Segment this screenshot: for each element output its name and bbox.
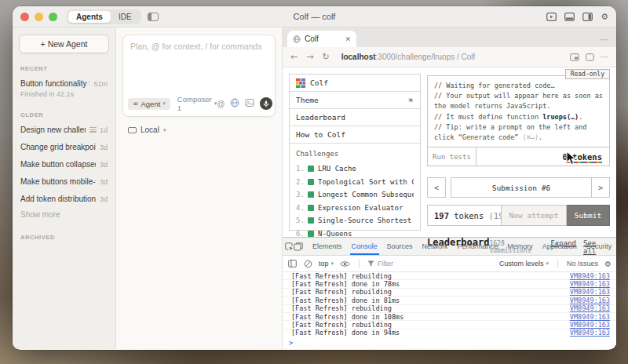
challenge-item[interactable]: 3.Longest Common Subsequence <box>296 191 414 198</box>
console-source-link[interactable]: VM8949:163 <box>570 313 610 321</box>
next-submission-button[interactable]: > <box>591 178 609 197</box>
clear-console-icon[interactable] <box>303 260 313 268</box>
log-levels-selector[interactable]: Custom levels ▾ <box>499 260 549 268</box>
agent-item-title: Button functionality for in… <box>20 79 89 88</box>
agents-sidebar: + New Agent RECENT Button functionality … <box>13 27 116 349</box>
reload-icon[interactable]: ↻ <box>322 52 329 62</box>
menu-item-howto[interactable]: How to Colf <box>290 126 420 144</box>
challenge-item[interactable]: 1.LRU Cache <box>296 165 414 173</box>
console-settings-icon[interactable]: ⚙ <box>604 260 612 268</box>
minimize-window-button[interactable] <box>35 13 43 21</box>
url-bar[interactable]: localhost:3000/challenge/lruops / Colf <box>341 53 476 61</box>
settings-gear-icon[interactable]: ⚙ <box>601 12 608 22</box>
challenge-item[interactable]: 4.Expression Evaluator <box>296 204 414 212</box>
sidebar-toggle-icon[interactable] <box>148 13 159 21</box>
code-comment-line: // Tip: write a prompt on the left and c… <box>434 122 603 143</box>
composer-panel: Plan, @ for context, / for commands ∞ Ag… <box>116 27 283 349</box>
token-counter: 0 tokens <box>476 147 609 166</box>
devtools-tab-security[interactable]: Security <box>582 238 616 255</box>
devtools-tab-memory[interactable]: Memory <box>502 238 538 255</box>
console-source-link[interactable]: VM8949:163 <box>570 280 610 288</box>
devtools-tab-sources[interactable]: Sources <box>382 238 418 255</box>
console-source-link[interactable]: VM8949:163 <box>570 297 610 304</box>
forward-icon[interactable]: → <box>306 52 313 62</box>
brand-row[interactable]: Colf <box>290 75 420 92</box>
console-message-row: [Fast Refresh] done in 78msVM8949:163 <box>283 280 616 288</box>
colf-logo-icon <box>296 78 305 88</box>
devtools-tab-application[interactable]: Application <box>538 238 582 255</box>
new-agent-button[interactable]: + New Agent <box>19 35 109 53</box>
local-machine-icon <box>128 127 137 133</box>
chevron-down-icon: ▾ <box>546 260 549 267</box>
tabstrip-menu-icon[interactable]: ⋯ <box>601 35 609 44</box>
console-message: [Fast Refresh] done in 94ms <box>291 329 400 337</box>
frame-icon[interactable] <box>586 50 594 64</box>
console-source-link[interactable]: VM8949:163 <box>570 329 610 337</box>
devtools-tab-elements[interactable]: Elements <box>308 238 347 255</box>
tab-ide[interactable]: IDE <box>111 11 140 23</box>
console-toolbar: top ▾ Filter Custom levels ▾ <box>283 256 616 272</box>
issues-counter[interactable]: No Issues <box>567 260 598 268</box>
prev-submission-button[interactable]: < <box>427 177 446 198</box>
challenge-name: N-Queens <box>318 230 352 238</box>
menu-item-leaderboard[interactable]: Leaderboard <box>290 109 420 126</box>
pip-icon[interactable] <box>570 50 579 64</box>
menu-item-theme[interactable]: Theme ☀ <box>290 92 420 109</box>
environment-selector[interactable]: Local ▾ <box>128 126 276 134</box>
console-filter-input[interactable]: Filter <box>367 260 393 268</box>
devtools-tab-console[interactable]: Console <box>347 238 382 255</box>
agent-item[interactable]: Make buttons mobile-friend…3d <box>19 176 109 187</box>
challenge-item[interactable]: 6.N-Queens <box>296 230 414 238</box>
toggle-bottom-panel-icon[interactable] <box>564 13 575 21</box>
agent-item[interactable]: Design new challenge fo…1d <box>19 124 109 136</box>
show-more-link[interactable]: Show more <box>20 210 108 219</box>
agent-item-time: 3d <box>100 195 108 203</box>
submission-label: Submission #6 <box>451 178 591 197</box>
context-selector[interactable]: top ▾ <box>319 260 334 268</box>
challenges-section-label: Challenges <box>296 150 414 158</box>
agent-mode-selector[interactable]: ∞ Agent ▾ <box>128 98 170 110</box>
open-editor-icon[interactable] <box>546 13 557 21</box>
older-section-label: OLDER <box>20 111 108 118</box>
agent-item[interactable]: Button functionality for in…51mFinished … <box>19 78 109 100</box>
image-icon[interactable] <box>245 96 254 111</box>
agent-item[interactable]: Add token distribution grap…3d <box>19 193 109 205</box>
browser-more-icon[interactable]: ⋯ <box>601 53 608 61</box>
agent-item[interactable]: Make button collapsed by d…3d <box>19 158 109 170</box>
console-source-link[interactable]: VM8949:163 <box>570 304 610 312</box>
web-icon[interactable] <box>230 96 239 111</box>
composer-input[interactable]: Plan, @ for context, / for commands ∞ Ag… <box>122 35 276 117</box>
token-rainbow-underline <box>566 162 602 163</box>
microphone-icon[interactable] <box>260 97 272 110</box>
zoom-window-button[interactable] <box>49 13 57 21</box>
back-icon[interactable]: ← <box>290 52 298 62</box>
challenge-item[interactable]: 5.Single-Source Shortest Paths <box>296 217 414 224</box>
generated-code-area[interactable]: // Waiting for generated code…// Your ou… <box>428 76 609 147</box>
console-message-row: [Fast Refresh] done in 81msVM8949:163 <box>283 297 616 304</box>
live-expression-eye-icon[interactable] <box>339 260 351 268</box>
devtools-tab-performance[interactable]: Performance <box>453 238 503 255</box>
mention-icon[interactable]: @ <box>217 100 225 108</box>
console-source-link[interactable]: VM8949:163 <box>570 272 610 280</box>
challenge-item[interactable]: 2.Topological Sort with Cycle… <box>296 178 414 186</box>
agent-item[interactable]: Change grid breakpoint to l…3d <box>19 141 109 153</box>
browser-tab[interactable]: Colf ✕ <box>287 31 356 47</box>
tab-close-icon[interactable]: ✕ <box>345 35 351 43</box>
agent-item-subtitle: Finished in 42.1s <box>20 90 108 98</box>
submit-button[interactable]: Submit <box>567 205 610 226</box>
console-prompt[interactable]: > <box>283 337 616 349</box>
new-attempt-button[interactable]: New attempt <box>502 205 567 226</box>
console-sidebar-icon[interactable] <box>287 260 298 268</box>
console-source-link[interactable]: VM8949:163 <box>570 288 610 296</box>
tab-agents[interactable]: Agents <box>68 11 111 23</box>
toggle-right-panel-icon[interactable] <box>582 13 593 21</box>
console-source-link[interactable]: VM8949:163 <box>570 321 610 329</box>
close-window-button[interactable] <box>20 13 29 21</box>
composer-selector[interactable]: Composer 1 ▾ <box>177 95 217 112</box>
devtools-tab-network[interactable]: Network <box>418 238 453 255</box>
traffic-lights <box>20 13 57 21</box>
composer-placeholder: Plan, @ for context, / for commands <box>130 42 268 51</box>
challenge-status-icon <box>308 166 314 172</box>
code-comment-line: // It must define function lruops(…). <box>434 112 603 122</box>
run-tests-button[interactable]: Run tests <box>428 147 476 166</box>
